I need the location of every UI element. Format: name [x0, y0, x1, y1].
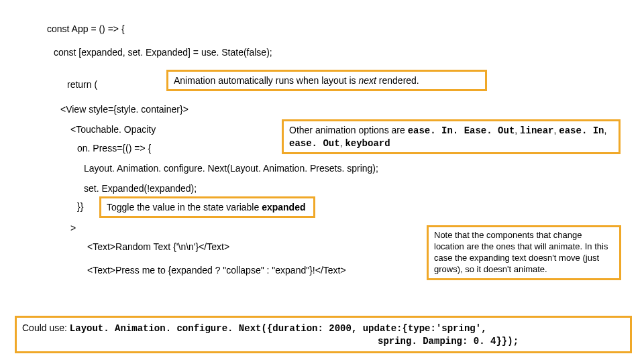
- code-line-7: Layout. Animation. configure. Next(Layou…: [84, 163, 378, 174]
- could-use-code-1: Layout. Animation. configure. Next({dura…: [70, 323, 487, 334]
- callout-text: Animation automatically runs when layout…: [174, 75, 358, 86]
- opt-linear: linear: [520, 125, 553, 136]
- code-line-4: <View style={style. container}>: [60, 104, 189, 115]
- sep: ,: [604, 125, 607, 135]
- callout-options: Other animation options are ease. In. Ea…: [282, 119, 621, 154]
- code-line-8: set. Expanded(!expanded);: [84, 183, 197, 194]
- callout-text: Other animation options are: [289, 125, 408, 135]
- code-line-9: }}: [77, 201, 83, 212]
- opt-keyboard: keyboard: [345, 138, 390, 149]
- callout-bold: expanded: [262, 202, 305, 213]
- could-use-code-2: spring. Damping: 0. 4}});: [378, 336, 519, 347]
- code-line-6: on. Press={() => {: [77, 143, 151, 154]
- opt-ease-in-out: ease. In. Ease. Out: [408, 125, 515, 136]
- callout-note: Note that the components that change loc…: [427, 225, 621, 280]
- sep: ,: [515, 125, 520, 135]
- code-line-5: <Touchable. Opacity: [70, 124, 156, 135]
- code-line-2: const [expanded, set. Expanded] = use. S…: [54, 47, 272, 58]
- callout-text-post: rendered.: [376, 75, 419, 86]
- could-use-label: Could use:: [22, 322, 70, 333]
- callout-auto-animation: Animation automatically runs when layout…: [166, 70, 487, 91]
- code-line-10: >: [70, 223, 76, 233]
- code-line-12: <Text>Press me to {expanded ? "collapse"…: [87, 265, 346, 276]
- opt-ease-out: ease. Out: [289, 138, 340, 149]
- code-line-1: const App = () => {: [47, 23, 125, 34]
- callout-text: Toggle the value in the state variable: [107, 202, 262, 213]
- opt-ease-in: ease. In: [559, 125, 604, 136]
- callout-italic: next: [358, 75, 376, 86]
- callout-could-use: Could use: Layout. Animation. configure.…: [15, 316, 632, 353]
- code-line-11: <Text>Random Text {'\n\n'}</Text>: [87, 241, 229, 252]
- callout-toggle: Toggle the value in the state variable e…: [99, 196, 315, 218]
- code-line-3: return (: [67, 79, 97, 90]
